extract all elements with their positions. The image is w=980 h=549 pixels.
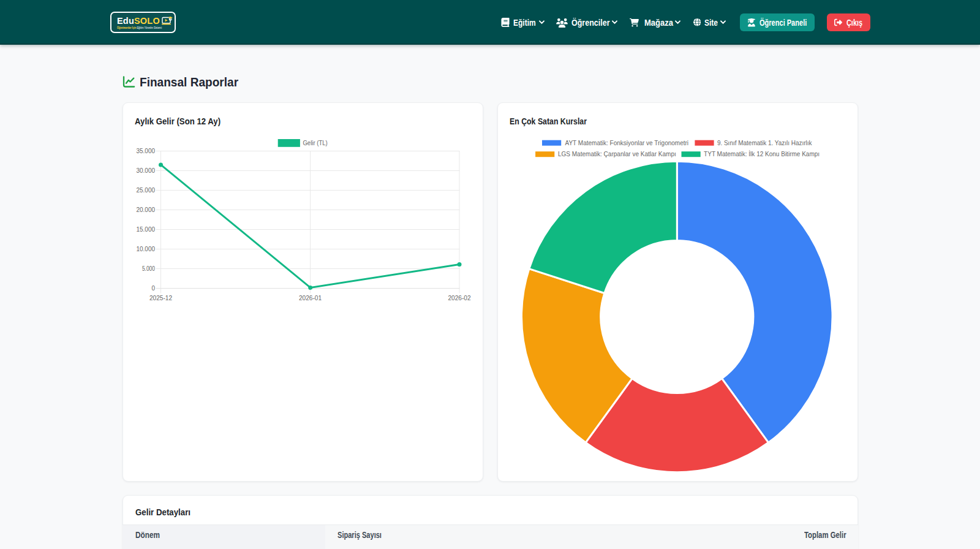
svg-text:15.000: 15.000: [137, 226, 156, 233]
svg-text:2025-12: 2025-12: [149, 295, 173, 301]
svg-text:2026-01: 2026-01: [299, 295, 322, 301]
svg-text:20.000: 20.000: [137, 206, 156, 213]
svg-text:0: 0: [151, 285, 155, 292]
svg-text:25.000: 25.000: [137, 187, 156, 194]
svg-text:10.000: 10.000: [137, 246, 156, 252]
svg-text:35.000: 35.000: [137, 148, 156, 154]
svg-text:30.000: 30.000: [137, 167, 156, 174]
svg-text:Gelir (TL): Gelir (TL): [303, 139, 327, 146]
svg-text:LGS Matematik: Çarpanlar ve Ka: LGS Matematik: Çarpanlar ve Katlar Kampı: [558, 150, 676, 157]
svg-text:TYT Matematik: İlk 12 Konu Bit: TYT Matematik: İlk 12 Konu Bitirme Kampı: [704, 150, 820, 157]
svg-text:AYT Matematik: Fonksiyonlar ve: AYT Matematik: Fonksiyonlar ve Trigonome…: [565, 139, 689, 146]
svg-text:5.000: 5.000: [142, 265, 155, 272]
svg-text:2026-02: 2026-02: [448, 295, 471, 301]
svg-text:9. Sınıf Matematik 1. Yazılı H: 9. Sınıf Matematik 1. Yazılı Hazırlık: [717, 139, 812, 146]
